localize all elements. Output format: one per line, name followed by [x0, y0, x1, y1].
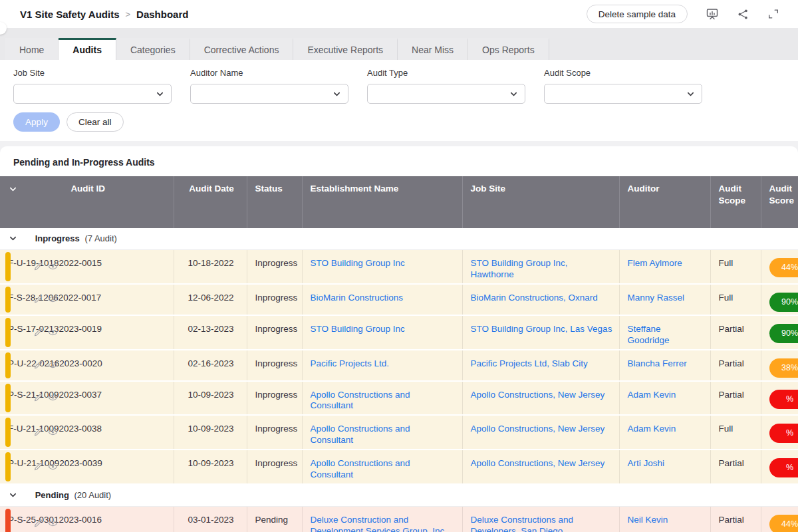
filter-select-dropdown[interactable]	[367, 84, 525, 104]
audit-date-cell: 02-16-2023	[174, 350, 247, 381]
status-cell: Inprogress	[247, 350, 302, 381]
establishment-link[interactable]: Deluxe Construction and Development Serv…	[311, 515, 445, 532]
job-site-cell: Deluxe Constructions and Developers, San…	[462, 506, 619, 532]
view-eye-icon[interactable]	[48, 261, 58, 271]
filter-select-dropdown[interactable]	[544, 84, 702, 104]
group-collapse-chevron-icon[interactable]	[9, 491, 17, 501]
audit-table-row[interactable]: P-S-17-02132023-0019 02-13-2023 Inprogre…	[0, 315, 798, 350]
filter-select-dropdown[interactable]	[190, 84, 348, 104]
auditor-link[interactable]: Manny Rassel	[628, 293, 685, 303]
audit-table-row[interactable]: F-U-21-10092023-0038 10-09-2023 Inprogre…	[0, 415, 798, 450]
collapse-all-chevron-icon[interactable]	[9, 185, 17, 197]
share-icon[interactable]	[737, 8, 749, 21]
establishment-link[interactable]: Apollo Constructions and Consultant	[311, 458, 410, 479]
audit-date-cell: 10-09-2023	[174, 450, 247, 484]
auditor-link[interactable]: Neil Kevin	[628, 515, 668, 525]
edit-pencil-icon[interactable]	[33, 462, 43, 471]
delete-sample-data-button[interactable]: Delete sample data	[587, 5, 688, 23]
breadcrumb-app-name[interactable]: V1 Site Safety Audits	[20, 9, 120, 20]
audit-id-cell: F-U-21-10092023-0038	[0, 415, 174, 450]
edit-pencil-icon[interactable]	[33, 518, 43, 528]
status-stripe	[5, 252, 11, 281]
audit-table-row[interactable]: P-U-22-02162023-0020 02-16-2023 Inprogre…	[0, 350, 798, 381]
view-eye-icon[interactable]	[48, 295, 58, 305]
tab-audits[interactable]: Audits	[59, 38, 116, 60]
edit-pencil-icon[interactable]	[33, 428, 43, 438]
audit-table-row[interactable]: F-S-28-12062022-0017 12-06-2022 Inprogre…	[0, 284, 798, 315]
column-header-establishment-name: Establishment Name	[302, 176, 462, 228]
job-site-cell: Apollo Constructions, New Jersey	[462, 450, 619, 484]
view-eye-icon[interactable]	[48, 393, 58, 403]
view-eye-icon[interactable]	[48, 462, 58, 471]
breadcrumb: V1 Site Safety Audits > Dashboard	[20, 9, 188, 20]
job-site-link[interactable]: Apollo Constructions, New Jersey	[471, 458, 605, 468]
edit-pencil-icon[interactable]	[33, 261, 43, 271]
auditor-cell: Flem Aylmore	[619, 250, 710, 284]
edit-pencil-icon[interactable]	[33, 327, 43, 337]
presentation-board-icon[interactable]	[706, 7, 719, 21]
group-header-row-inprogress[interactable]: Inprogress (7 Audit)	[0, 228, 798, 250]
establishment-link[interactable]: STO Building Group Inc	[311, 258, 405, 268]
filter-select-dropdown[interactable]	[13, 84, 172, 104]
audit-id-cell: F-U-19-10182022-0015	[0, 250, 174, 284]
status-cell: Inprogress	[247, 450, 302, 484]
group-collapse-chevron-icon[interactable]	[9, 234, 17, 245]
audit-score-cell: 90%	[761, 284, 798, 315]
tab-bar: HomeAuditsCategoriesCorrective ActionsEx…	[0, 28, 798, 60]
score-badge: %	[769, 424, 798, 443]
establishment-link[interactable]: Apollo Constructions and Consultant	[311, 424, 410, 445]
apply-button[interactable]: Apply	[13, 112, 60, 132]
auditor-link[interactable]: Steffane Goodridge	[628, 324, 670, 345]
audit-scope-cell: Full	[710, 250, 761, 284]
tab-home[interactable]: Home	[5, 38, 59, 60]
view-eye-icon[interactable]	[48, 360, 58, 370]
status-stripe	[5, 318, 11, 347]
job-site-link[interactable]: STO Building Group Inc, Las Vegas	[471, 324, 612, 334]
job-site-link[interactable]: BioMarin Constructions, Oxnard	[471, 293, 598, 303]
establishment-link[interactable]: Pacific Projects Ltd.	[311, 358, 390, 368]
pending-audits-table: Audit IDAudit DateStatusEstablishment Na…	[0, 176, 798, 532]
score-badge: %	[769, 458, 798, 477]
tab-ops-reports[interactable]: Ops Reports	[468, 38, 549, 60]
group-header-row-pending[interactable]: Pending (20 Audit)	[0, 484, 798, 507]
audit-table-row[interactable]: F-U-19-10182022-0015 10-18-2022 Inprogre…	[0, 250, 798, 284]
audit-score-cell: 90%	[761, 315, 798, 350]
expand-icon[interactable]	[767, 8, 779, 20]
audit-table-row[interactable]: P-S-25-03012023-0016 03-01-2023 Pending …	[0, 506, 798, 532]
status-stripe	[5, 384, 11, 413]
tab-corrective-actions[interactable]: Corrective Actions	[190, 38, 294, 60]
view-eye-icon[interactable]	[48, 327, 58, 337]
tab-label: Corrective Actions	[204, 45, 279, 55]
tab-executive-reports[interactable]: Executive Reports	[293, 38, 398, 60]
clear-all-button[interactable]: Clear all	[66, 112, 124, 132]
auditor-link[interactable]: Adam Kevin	[628, 390, 676, 400]
establishment-link[interactable]: STO Building Group Inc	[311, 324, 405, 334]
establishment-link[interactable]: Apollo Constructions and Consultant	[311, 390, 410, 411]
edit-pencil-icon[interactable]	[33, 295, 43, 305]
auditor-link[interactable]: Flem Aylmore	[628, 258, 682, 268]
filter-buttons: Apply Clear all	[13, 112, 785, 132]
audit-table-row[interactable]: P-U-21-10092023-0039 10-09-2023 Inprogre…	[0, 450, 798, 484]
view-eye-icon[interactable]	[48, 428, 58, 438]
job-site-link[interactable]: Deluxe Constructions and Developers, San…	[471, 515, 574, 532]
establishment-link[interactable]: BioMarin Constructions	[311, 293, 404, 303]
auditor-link[interactable]: Adam Kevin	[628, 424, 676, 434]
audit-id-cell: P-U-21-10092023-0039	[0, 450, 174, 484]
audit-table-row[interactable]: P-S-21-10092023-0037 10-09-2023 Inprogre…	[0, 381, 798, 416]
tab-categories[interactable]: Categories	[116, 38, 190, 60]
filter-field-audit-type: Audit Type	[367, 68, 525, 104]
job-site-link[interactable]: Pacific Projects Ltd, Slab City	[471, 358, 588, 368]
auditor-link[interactable]: Blancha Ferrer	[628, 358, 687, 368]
tab-near-miss[interactable]: Near Miss	[398, 38, 468, 60]
filter-label: Auditor Name	[190, 68, 348, 78]
auditor-link[interactable]: Arti Joshi	[628, 458, 665, 468]
view-eye-icon[interactable]	[48, 518, 58, 528]
column-header-auditor: Auditor	[619, 176, 710, 228]
auditor-cell: Adam Kevin	[619, 381, 710, 416]
edit-pencil-icon[interactable]	[33, 360, 43, 370]
job-site-link[interactable]: STO Building Group Inc, Hawthorne	[471, 258, 568, 279]
job-site-link[interactable]: Apollo Constructions, New Jersey	[471, 390, 605, 400]
column-header-label: Audit ID	[70, 184, 105, 194]
job-site-link[interactable]: Apollo Constructions, New Jersey	[471, 424, 605, 434]
edit-pencil-icon[interactable]	[33, 393, 43, 403]
